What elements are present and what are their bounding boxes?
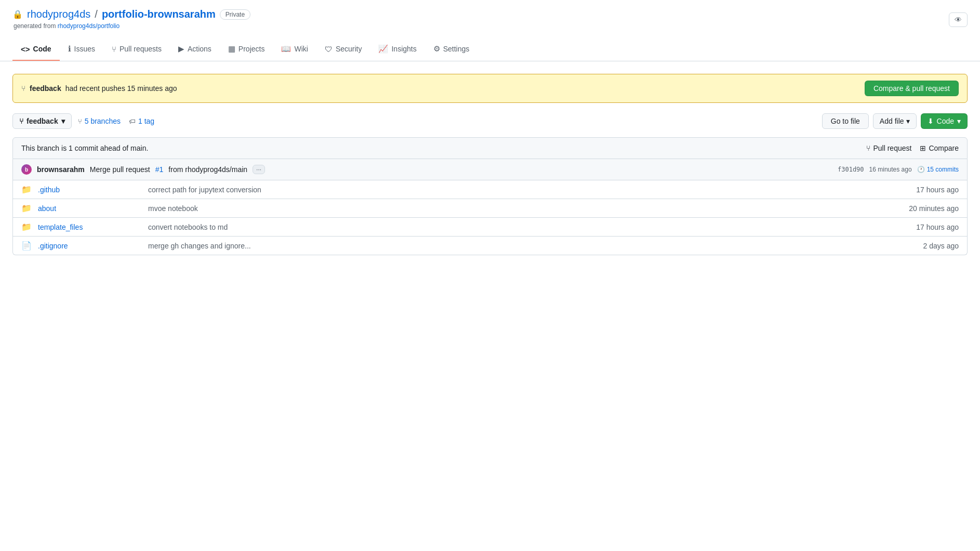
commit-pr-link[interactable]: #1 [155, 165, 164, 174]
branch-selector-icon: ⑂ [19, 117, 23, 125]
tags-link[interactable]: 🏷 1 tag [129, 117, 154, 125]
generated-from-link[interactable]: rhodyprog4ds/portfolio [58, 22, 120, 30]
alert-banner: ⑂ feedback had recent pushes 15 minutes … [12, 74, 968, 103]
branch-meta: ⑂ 5 branches 🏷 1 tag [78, 117, 154, 125]
folder-icon: 📁 [21, 185, 32, 194]
wiki-icon: 📖 [281, 44, 291, 54]
table-row: 📁 template_files convert notebooks to md… [13, 218, 967, 237]
tab-pull-requests[interactable]: ⑂ Pull requests [103, 38, 170, 61]
commit-hash: f301d90 [838, 166, 864, 173]
file-table: b brownsarahm Merge pull request #1 from… [12, 159, 968, 255]
compare-link[interactable]: ⊞ Compare [920, 144, 959, 152]
go-to-file-button[interactable]: Go to file [822, 113, 869, 129]
pull-request-label: Pull request [873, 144, 911, 152]
tab-code[interactable]: <> Code [12, 38, 60, 61]
file-name-link[interactable]: about [38, 204, 142, 213]
table-row: 📁 .github correct path for jupytext conv… [13, 180, 967, 199]
alert-message: had recent pushes 15 minutes ago [65, 84, 177, 93]
branch-selector[interactable]: ⑂ feedback ▾ [12, 113, 72, 129]
table-row: 📄 .gitignore merge gh changes and ignore… [13, 237, 967, 255]
file-time: 17 hours ago [916, 223, 959, 231]
table-row: 📁 about mvoe notebook 20 minutes ago [13, 199, 967, 218]
tab-settings[interactable]: ⚙ Settings [425, 38, 478, 61]
security-icon: 🛡 [325, 45, 333, 54]
projects-icon: ▦ [228, 44, 235, 54]
pr-icon: ⑂ [112, 45, 116, 54]
alert-branch-name: feedback [30, 84, 61, 93]
visibility-badge: Private [220, 9, 250, 20]
insights-icon: 📈 [378, 44, 388, 54]
tags-count: 1 tag [138, 117, 154, 125]
add-file-label: Add file [880, 117, 904, 125]
commit-bar-message: This branch is 1 commit ahead of main. [21, 144, 148, 152]
commit-header-row: b brownsarahm Merge pull request #1 from… [13, 159, 967, 180]
file-doc-icon: 📄 [21, 241, 32, 251]
commit-bar-actions: ⑂ Pull request ⊞ Compare [866, 144, 959, 152]
clock-icon: 🕐 [917, 166, 925, 173]
tab-security[interactable]: 🛡 Security [316, 38, 370, 61]
code-icon: <> [21, 45, 30, 54]
compare-pull-request-button[interactable]: Compare & pull request [865, 81, 959, 96]
generated-from-label: generated from rhodyprog4ds/portfolio [12, 22, 968, 30]
repo-nav: <> Code ℹ Issues ⑂ Pull requests ▶ Actio… [0, 38, 980, 61]
file-time: 2 days ago [923, 242, 959, 250]
file-commit-message: correct path for jupytext conversion [148, 186, 910, 194]
add-file-chevron-icon: ▾ [906, 117, 910, 125]
settings-icon: ⚙ [433, 44, 440, 54]
tab-issues[interactable]: ℹ Issues [60, 38, 103, 61]
actions-icon: ▶ [178, 44, 184, 54]
code-button-label: Code [937, 117, 954, 125]
file-name-link[interactable]: template_files [38, 223, 142, 231]
branches-icon: ⑂ [78, 117, 82, 125]
tab-wiki[interactable]: 📖 Wiki [273, 38, 316, 61]
lock-icon: 🔒 [12, 9, 23, 19]
branch-push-icon: ⑂ [21, 84, 25, 93]
commit-more-button[interactable]: ··· [253, 165, 265, 174]
file-commit-message: mvoe notebook [148, 204, 903, 213]
compare-icon: ⊞ [920, 144, 926, 152]
add-file-button[interactable]: Add file ▾ [873, 113, 917, 129]
file-name-link[interactable]: .gitignore [38, 242, 142, 250]
download-icon: ⬇ [928, 117, 934, 125]
avatar: b [21, 164, 32, 175]
commit-message: Merge pull request [90, 165, 150, 174]
file-time: 20 minutes ago [909, 204, 959, 213]
chevron-down-icon: ▾ [61, 117, 65, 125]
code-button[interactable]: ⬇ Code ▾ [921, 113, 968, 129]
pr-link-icon: ⑂ [866, 144, 870, 152]
repo-owner-link[interactable]: rhodyprog4ds [27, 8, 90, 20]
commit-bar: This branch is 1 commit ahead of main. ⑂… [12, 137, 968, 159]
commits-count-label: 15 commits [927, 166, 959, 173]
issues-icon: ℹ [68, 44, 71, 54]
branch-toolbar: ⑂ feedback ▾ ⑂ 5 branches 🏷 1 tag Go to … [12, 113, 968, 129]
file-time: 17 hours ago [916, 186, 959, 194]
tab-actions[interactable]: ▶ Actions [170, 38, 220, 61]
file-commit-message: convert notebooks to md [148, 223, 910, 231]
branch-selector-label: feedback [27, 117, 58, 125]
compare-label: Compare [929, 144, 959, 152]
commit-pr-suffix: from rhodyprog4ds/main [168, 165, 247, 174]
tags-icon: 🏷 [129, 117, 136, 125]
repo-name-link[interactable]: portfolio-brownsarahm [102, 8, 216, 20]
tab-projects[interactable]: ▦ Projects [220, 38, 273, 61]
commits-link[interactable]: 🕐 15 commits [917, 166, 959, 173]
branches-count: 5 branches [85, 117, 121, 125]
code-chevron-icon: ▾ [957, 117, 961, 125]
watch-button[interactable]: 👁 [949, 12, 968, 27]
folder-icon: 📁 [21, 222, 32, 232]
tab-insights[interactable]: 📈 Insights [370, 38, 425, 61]
commit-time: 16 minutes ago [869, 166, 912, 173]
branches-link[interactable]: ⑂ 5 branches [78, 117, 121, 125]
folder-icon: 📁 [21, 203, 32, 213]
file-name-link[interactable]: .github [38, 186, 142, 194]
commit-author: brownsarahm [37, 165, 85, 174]
file-commit-message: merge gh changes and ignore... [148, 242, 917, 250]
repo-separator: / [95, 8, 98, 20]
pull-request-link[interactable]: ⑂ Pull request [866, 144, 911, 152]
